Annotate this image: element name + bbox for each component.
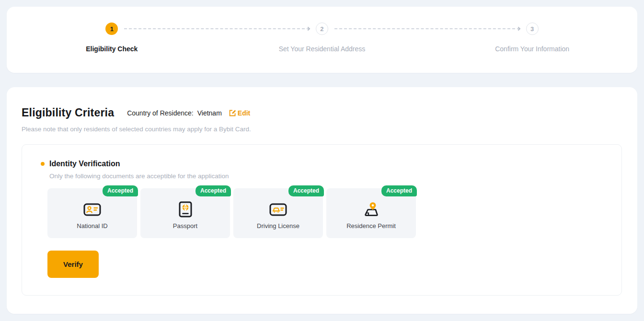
document-card-national-id: Accepted National ID xyxy=(47,188,137,238)
driving-license-icon xyxy=(269,201,287,218)
step-connector-2 xyxy=(334,28,520,29)
eligibility-criteria-card: Eligibility Criteria Country of Residenc… xyxy=(7,87,637,314)
document-label: Residence Permit xyxy=(346,222,396,229)
identity-verification-subtitle: Only the following documents are accepti… xyxy=(49,172,607,180)
bullet-dot-icon xyxy=(41,162,45,166)
eligibility-header: Eligibility Criteria Country of Residenc… xyxy=(22,106,622,119)
edit-link-label: Edit xyxy=(238,109,250,117)
document-card-residence-permit: Accepted Residence Permit xyxy=(326,188,416,238)
country-of-residence-value: Vietnam xyxy=(197,109,222,117)
edit-country-button[interactable]: Edit xyxy=(229,109,250,117)
application-stepper: 1 Eligibility Check 2 Set Your Residenti… xyxy=(7,7,637,73)
identity-verification-title: Identity Verification xyxy=(49,160,120,168)
step-connector-1 xyxy=(124,28,310,29)
document-label: Driving License xyxy=(257,222,299,229)
identity-verification-header: Identity Verification xyxy=(41,160,607,168)
stepper-card: 1 Eligibility Check 2 Set Your Residenti… xyxy=(7,7,637,73)
step-2-label: Set Your Residential Address xyxy=(279,45,366,53)
step-2-circle: 2 xyxy=(316,23,328,35)
eligibility-note: Please note that only residents of selec… xyxy=(22,126,622,133)
step-3-label: Confirm Your Information xyxy=(495,45,569,53)
status-badge: Accepted xyxy=(196,185,231,196)
document-label: National ID xyxy=(77,222,107,229)
document-card-driving-license: Accepted Driving License xyxy=(233,188,323,238)
status-badge: Accepted xyxy=(288,185,324,196)
status-badge: Accepted xyxy=(381,185,417,196)
document-card-passport: Accepted Passport xyxy=(140,188,230,238)
verify-button[interactable]: Verify xyxy=(47,251,99,278)
step-residential-address: 2 Set Your Residential Address xyxy=(217,23,427,73)
passport-icon xyxy=(179,201,192,218)
step-confirm-information: 3 Confirm Your Information xyxy=(427,23,637,73)
accepted-documents-row: Accepted National ID Accepted xyxy=(47,188,607,238)
step-3-circle: 3 xyxy=(526,23,539,35)
residence-permit-icon xyxy=(363,201,380,218)
document-label: Passport xyxy=(173,222,197,229)
country-of-residence-label: Country of Residence: xyxy=(127,109,194,117)
step-eligibility-check: 1 Eligibility Check xyxy=(7,23,217,73)
step-1-circle: 1 xyxy=(105,23,118,35)
step-1-label: Eligibility Check xyxy=(86,45,138,53)
page-title: Eligibility Criteria xyxy=(22,106,114,119)
identity-verification-panel: Identity Verification Only the following… xyxy=(22,144,622,296)
status-badge: Accepted xyxy=(103,185,138,196)
edit-pencil-icon xyxy=(229,110,236,116)
national-id-icon xyxy=(83,201,101,218)
